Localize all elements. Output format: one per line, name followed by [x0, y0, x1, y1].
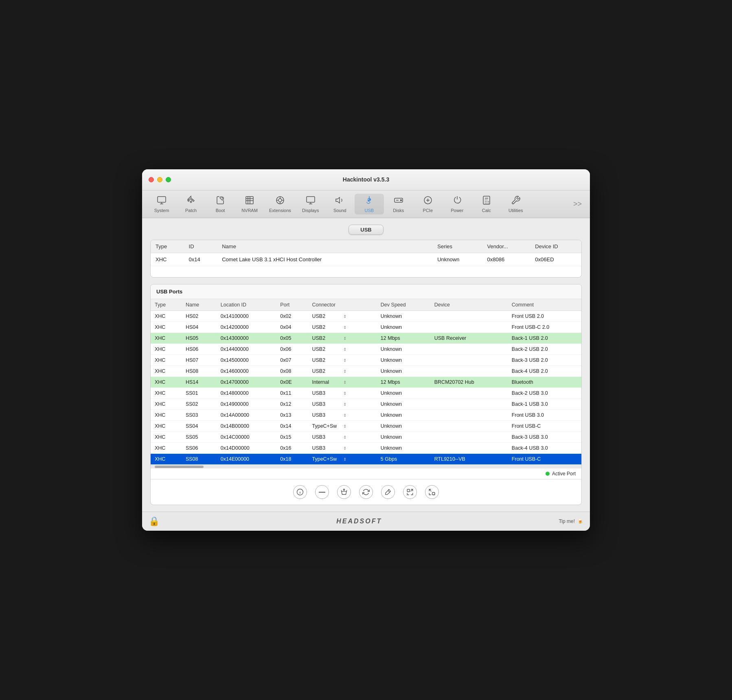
port-row[interactable]: XHC HS08 0x14600000 0x08 USB2USB3Interna…	[151, 366, 581, 377]
toolbar-item-displays[interactable]: Displays	[296, 194, 325, 214]
toolbar-item-patch[interactable]: Patch	[176, 194, 206, 214]
port-comment: Front USB 3.0	[508, 410, 581, 421]
connector-select[interactable]: USB2USB3InternalTypeC+SwTypeC	[312, 434, 342, 440]
port-row[interactable]: XHC HS07 0x14500000 0x07 USB2USB3Interna…	[151, 355, 581, 366]
scrollbar[interactable]	[151, 464, 581, 468]
import-button[interactable]	[403, 485, 417, 499]
ports-header-row: Type Name Location ID Port Connector Dev…	[151, 299, 581, 311]
controller-header-row: Type ID Name Series Vendor... Device ID	[151, 240, 581, 253]
connector-select[interactable]: USB2USB3InternalTypeC+SwTypeC	[312, 368, 342, 374]
port-devspeed: Unknown	[377, 388, 430, 399]
toolbar-item-pcie[interactable]: PCIe	[413, 194, 443, 214]
port-connector[interactable]: USB2USB3InternalTypeC+SwTypeC ⇕	[308, 443, 376, 454]
connector-select[interactable]: USB2USB3InternalTypeC+SwTypeC	[312, 379, 342, 385]
toolbar-item-sound[interactable]: Sound	[325, 194, 355, 214]
connector-select[interactable]: USB2USB3InternalTypeC+SwTypeC	[312, 412, 342, 418]
port-connector[interactable]: USB2USB3InternalTypeC+SwTypeC ⇕	[308, 344, 376, 355]
port-connector[interactable]: USB2USB3InternalTypeC+SwTypeC ⇕	[308, 377, 376, 388]
port-device	[430, 410, 508, 421]
col-id: ID	[184, 240, 217, 253]
tip-button[interactable]: Tip me! 🍺	[559, 518, 583, 524]
port-row[interactable]: XHC HS06 0x14400000 0x06 USB2USB3Interna…	[151, 344, 581, 355]
connector-select[interactable]: USB2USB3InternalTypeC+SwTypeC	[312, 335, 342, 341]
ctrl-device-id: 0x06ED	[530, 253, 581, 266]
lock-icon: 🔒	[149, 516, 160, 527]
port-connector[interactable]: USB2USB3InternalTypeC+SwTypeC ⇕	[308, 322, 376, 333]
export-button[interactable]	[425, 485, 439, 499]
connector-select[interactable]: USB2USB3InternalTypeC+SwTypeC	[312, 390, 342, 396]
connector-select[interactable]: USB2USB3InternalTypeC+SwTypeC	[312, 445, 342, 451]
port-device	[430, 388, 508, 399]
connector-select[interactable]: USB2USB3InternalTypeC+SwTypeC	[312, 357, 342, 363]
port-connector[interactable]: USB2USB3InternalTypeC+SwTypeC ⇕	[308, 432, 376, 443]
ctrl-name: Comet Lake USB 3.1 xHCI Host Controller	[217, 253, 432, 266]
port-location: 0x14300000	[217, 333, 276, 344]
port-row[interactable]: XHC SS06 0x14D00000 0x16 USB2USB3Interna…	[151, 443, 581, 454]
remove-button[interactable]	[315, 485, 329, 499]
maximize-button[interactable]	[166, 177, 171, 182]
toolbar-item-disks[interactable]: Disks	[384, 194, 413, 214]
port-name: HS14	[182, 377, 217, 388]
port-comment: Back-1 USB 3.0	[508, 399, 581, 410]
toolbar-item-power[interactable]: Power	[443, 194, 472, 214]
toolbar-item-calc[interactable]: Calc	[472, 194, 501, 214]
port-row[interactable]: XHC SS04 0x14B00000 0x14 USB2USB3Interna…	[151, 421, 581, 432]
port-row[interactable]: XHC SS02 0x14900000 0x12 USB2USB3Interna…	[151, 399, 581, 410]
port-row[interactable]: XHC HS05 0x14300000 0x05 USB2USB3Interna…	[151, 333, 581, 344]
port-row[interactable]: XHC HS04 0x14200000 0x04 USB2USB3Interna…	[151, 322, 581, 333]
port-connector[interactable]: USB2USB3InternalTypeC+SwTypeC ⇕	[308, 388, 376, 399]
extensions-icon	[275, 195, 285, 207]
ports-header: USB Ports	[151, 284, 581, 299]
port-row[interactable]: XHC HS02 0x14100000 0x02 USB2USB3Interna…	[151, 311, 581, 322]
minimize-button[interactable]	[157, 177, 162, 182]
toolbar-item-extensions[interactable]: Extensions	[264, 194, 296, 214]
col-name: Name	[217, 240, 432, 253]
info-button[interactable]	[293, 485, 307, 499]
connector-select[interactable]: USB2USB3InternalTypeC+SwTypeC	[312, 401, 342, 407]
inject-button[interactable]	[381, 485, 395, 499]
displays-icon	[306, 195, 316, 207]
toolbar-item-system[interactable]: System	[147, 194, 176, 214]
port-connector[interactable]: USB2USB3InternalTypeC+SwTypeC ⇕	[308, 399, 376, 410]
port-devspeed: Unknown	[377, 421, 430, 432]
scrollbar-thumb	[155, 466, 204, 468]
port-connector[interactable]: USB2USB3InternalTypeC+SwTypeC ⇕	[308, 410, 376, 421]
connector-select[interactable]: USB2USB3InternalTypeC+SwTypeC	[312, 456, 342, 462]
close-button[interactable]	[149, 177, 154, 182]
port-connector[interactable]: USB2USB3InternalTypeC+SwTypeC ⇕	[308, 421, 376, 432]
toolbar-item-usb[interactable]: USB	[355, 194, 384, 214]
port-row[interactable]: XHC SS03 0x14A00000 0x13 USB2USB3Interna…	[151, 410, 581, 421]
connector-select[interactable]: USB2USB3InternalTypeC+SwTypeC	[312, 324, 342, 330]
port-devspeed: Unknown	[377, 355, 430, 366]
port-connector[interactable]: USB2USB3InternalTypeC+SwTypeC ⇕	[308, 454, 376, 465]
controller-row: XHC 0x14 Comet Lake USB 3.1 xHCI Host Co…	[151, 253, 581, 266]
refresh-button[interactable]	[359, 485, 373, 499]
port-connector[interactable]: USB2USB3InternalTypeC+SwTypeC ⇕	[308, 355, 376, 366]
port-row[interactable]: XHC SS08 0x14E00000 0x18 USB2USB3Interna…	[151, 454, 581, 465]
port-name: HS02	[182, 311, 217, 322]
connector-select[interactable]: USB2USB3InternalTypeC+SwTypeC	[312, 423, 342, 429]
ctrl-type: XHC	[151, 253, 184, 266]
port-row[interactable]: XHC HS14 0x14700000 0x0E USB2USB3Interna…	[151, 377, 581, 388]
port-type: XHC	[151, 454, 182, 465]
toolbar-item-nvram[interactable]: NVRAM	[235, 194, 264, 214]
toolbar-item-utilities[interactable]: Utilities	[501, 194, 530, 214]
port-row[interactable]: XHC SS01 0x14800000 0x11 USB2USB3Interna…	[151, 388, 581, 399]
more-button[interactable]: >>	[570, 198, 585, 210]
ctrl-vendor: 0x8086	[482, 253, 530, 266]
connector-select[interactable]: USB2USB3InternalTypeC+SwTypeC	[312, 313, 342, 319]
port-connector[interactable]: USB2USB3InternalTypeC+SwTypeC ⇕	[308, 333, 376, 344]
port-name: SS03	[182, 410, 217, 421]
svg-rect-0	[158, 197, 166, 202]
clean-button[interactable]	[337, 485, 351, 499]
ctrl-id: 0x14	[184, 253, 217, 266]
port-name: SS02	[182, 399, 217, 410]
toolbar-item-boot[interactable]: Boot	[206, 194, 235, 214]
utilities-icon	[511, 195, 521, 207]
nvram-icon	[245, 195, 254, 207]
port-connector[interactable]: USB2USB3InternalTypeC+SwTypeC ⇕	[308, 311, 376, 322]
connector-select[interactable]: USB2USB3InternalTypeC+SwTypeC	[312, 346, 342, 352]
port-connector[interactable]: USB2USB3InternalTypeC+SwTypeC ⇕	[308, 366, 376, 377]
port-devspeed: Unknown	[377, 443, 430, 454]
port-row[interactable]: XHC SS05 0x14C00000 0x15 USB2USB3Interna…	[151, 432, 581, 443]
